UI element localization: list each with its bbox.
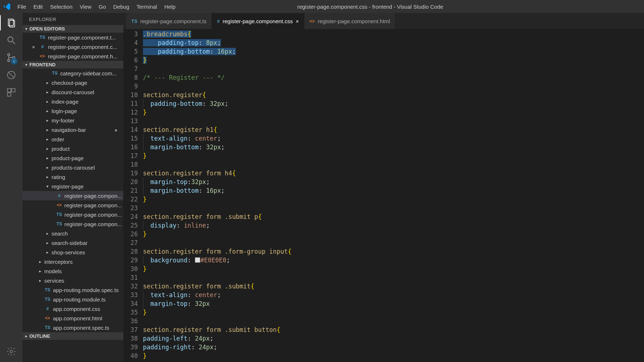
code-line[interactable]: padding-bottom: 32px; bbox=[143, 99, 644, 108]
folder-item[interactable]: ▸interceptors bbox=[22, 257, 123, 266]
code-line[interactable]: text-align: center; bbox=[143, 134, 644, 143]
code-line[interactable]: padding-bottom: 16px; bbox=[143, 47, 644, 56]
folder-item[interactable]: ▸search bbox=[22, 229, 123, 238]
code-line[interactable]: padding-top: 8px; bbox=[143, 38, 644, 47]
folder-item[interactable]: ▸discount-carousel bbox=[22, 87, 123, 97]
menu-help[interactable]: Help bbox=[161, 1, 179, 12]
file-item[interactable]: TSapp.component.spec.ts bbox=[22, 323, 123, 332]
code-line[interactable]: section.register form .submit{ bbox=[143, 282, 644, 291]
source-control-icon[interactable]: 6 bbox=[6, 52, 17, 63]
code-editor[interactable]: 3456789101112131415161718192021222324252… bbox=[123, 29, 644, 362]
file-item[interactable]: #register-page.compon... bbox=[22, 191, 123, 200]
code-line[interactable]: } bbox=[143, 108, 644, 117]
editor-tab[interactable]: #register-page.component.css× bbox=[212, 13, 304, 29]
outline-header[interactable]: ▸ OUTLINE bbox=[22, 332, 123, 340]
folder-item[interactable]: ▸shop-services bbox=[22, 247, 123, 257]
menu-edit[interactable]: Edit bbox=[30, 1, 46, 12]
menu-selection[interactable]: Selection bbox=[46, 1, 76, 12]
code-line[interactable]: section.register form .submit button{ bbox=[143, 325, 644, 334]
close-icon[interactable]: × bbox=[32, 44, 37, 50]
code-line[interactable]: section.register form .form-group input{ bbox=[143, 247, 644, 256]
folder-item[interactable]: ▸checkout-page bbox=[22, 78, 123, 87]
open-editors-header[interactable]: ▾ OPEN EDITORS bbox=[22, 25, 123, 33]
code-line[interactable]: /* --- Register --- */ bbox=[143, 73, 644, 82]
code-line[interactable]: section.register form h4{ bbox=[143, 169, 644, 178]
file-item[interactable]: TScategory-sidebar.com... bbox=[22, 68, 123, 78]
explorer-icon[interactable] bbox=[6, 17, 17, 28]
menu-file[interactable]: File bbox=[14, 1, 30, 12]
file-item[interactable]: TSregister-page.compon... bbox=[22, 210, 123, 219]
item-label: app.component.spec.ts bbox=[53, 325, 109, 331]
code-line[interactable]: } bbox=[143, 230, 644, 238]
code-line[interactable]: } bbox=[143, 351, 644, 360]
folder-item[interactable]: ▸order bbox=[22, 134, 123, 144]
code-line[interactable] bbox=[143, 65, 644, 73]
folder-item[interactable]: ▸products-carousel bbox=[22, 163, 123, 172]
file-item[interactable]: TSregister-page.compon... bbox=[22, 219, 123, 229]
code-line[interactable]: margin-top: 32px bbox=[143, 299, 644, 308]
code-content[interactable]: .breadcrumbs{ padding-top: 8px; padding-… bbox=[141, 30, 644, 362]
menu-view[interactable]: View bbox=[76, 1, 95, 12]
code-line[interactable]: .breadcrumbs{ bbox=[143, 30, 644, 38]
extensions-icon[interactable] bbox=[6, 87, 17, 98]
folder-item[interactable]: ▸login-page bbox=[22, 106, 123, 116]
code-line[interactable]: section.register form .submit p{ bbox=[143, 212, 644, 221]
file-item[interactable]: TSapp-routing.module.ts bbox=[22, 295, 123, 304]
open-editor-item[interactable]: <>register-page.component.h... bbox=[22, 51, 123, 61]
file-name: register-page.component.c... bbox=[48, 44, 117, 50]
modified-dot-icon: ● bbox=[114, 127, 118, 133]
code-line[interactable]: section.register h1{ bbox=[143, 125, 644, 134]
chevron-right-icon: ▸ bbox=[46, 156, 49, 161]
menu-go[interactable]: Go bbox=[95, 1, 110, 12]
item-label: order bbox=[52, 136, 64, 142]
code-line[interactable] bbox=[143, 317, 644, 325]
close-icon[interactable]: × bbox=[296, 18, 299, 24]
folder-item[interactable]: ▸navigation-bar● bbox=[22, 125, 123, 134]
code-line[interactable] bbox=[143, 117, 644, 125]
file-item[interactable]: <>app.component.html bbox=[22, 313, 123, 323]
code-line[interactable]: display: inline; bbox=[143, 221, 644, 230]
code-line[interactable]: } bbox=[143, 265, 644, 273]
search-icon[interactable] bbox=[6, 35, 17, 46]
code-line[interactable] bbox=[143, 82, 644, 91]
code-line[interactable]: padding-left: 24px; bbox=[143, 334, 644, 343]
code-line[interactable] bbox=[143, 160, 644, 169]
code-line[interactable]: } bbox=[143, 308, 644, 317]
editor-tab[interactable]: <>register-page.component.html bbox=[304, 13, 395, 29]
file-item[interactable]: #app.component.css bbox=[22, 304, 123, 313]
item-label: product bbox=[52, 146, 70, 152]
code-line[interactable]: } bbox=[143, 195, 644, 204]
file-icon: <> bbox=[56, 202, 62, 208]
open-editor-item[interactable]: TSregister-page.component.t... bbox=[22, 33, 123, 42]
file-item[interactable]: <>register-page.compon... bbox=[22, 200, 123, 210]
code-line[interactable]: } bbox=[143, 56, 644, 65]
menu-debug[interactable]: Debug bbox=[110, 1, 133, 12]
folder-item[interactable]: ▸models bbox=[22, 266, 123, 276]
code-line[interactable]: section.register{ bbox=[143, 91, 644, 99]
code-line[interactable]: background: #E0E0E0; bbox=[143, 256, 644, 265]
file-item[interactable]: TSapp-routing.module.spec.ts bbox=[22, 285, 123, 295]
editor-tab[interactable]: TSregister-page.component.ts bbox=[126, 13, 212, 29]
folder-item[interactable]: ▸services bbox=[22, 276, 123, 285]
settings-gear-icon[interactable] bbox=[6, 346, 17, 357]
open-editor-item[interactable]: ×#register-page.component.c... bbox=[22, 42, 123, 51]
code-line[interactable]: margin-top:32px; bbox=[143, 178, 644, 186]
folder-item[interactable]: ▾register-page bbox=[22, 182, 123, 191]
folder-item[interactable]: ▸index-page bbox=[22, 97, 123, 106]
code-line[interactable]: } bbox=[143, 151, 644, 160]
code-line[interactable] bbox=[143, 238, 644, 247]
code-line[interactable]: margin-bottom: 16px; bbox=[143, 186, 644, 195]
code-line[interactable]: text-align: center; bbox=[143, 291, 644, 299]
folder-item[interactable]: ▸search-sidebar bbox=[22, 238, 123, 247]
menu-terminal[interactable]: Terminal bbox=[133, 1, 161, 12]
project-header[interactable]: ▾ FRONTEND bbox=[22, 61, 123, 68]
folder-item[interactable]: ▸my-footer bbox=[22, 116, 123, 125]
folder-item[interactable]: ▸rating bbox=[22, 172, 123, 182]
code-line[interactable]: margin-bottom: 32px; bbox=[143, 143, 644, 151]
code-line[interactable] bbox=[143, 273, 644, 282]
debug-icon[interactable] bbox=[6, 70, 17, 80]
folder-item[interactable]: ▸product bbox=[22, 144, 123, 153]
code-line[interactable]: padding-right: 24px; bbox=[143, 343, 644, 351]
code-line[interactable] bbox=[143, 204, 644, 212]
folder-item[interactable]: ▸product-page bbox=[22, 153, 123, 163]
